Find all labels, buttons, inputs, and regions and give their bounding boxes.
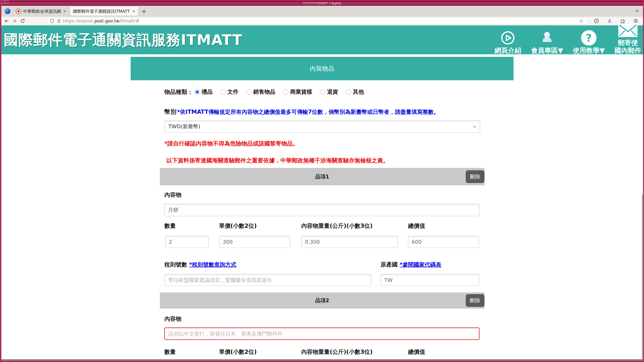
currency-label: 幣別	[164, 108, 176, 116]
item-type-label: 物品種類：	[164, 88, 193, 96]
site-header: 國際郵件電子通關資訊服務ITMATT 網頁介紹 會員專區▼ ? 使用教學▼	[1, 25, 643, 54]
item2-weight-label: 內容物重量(公斤)(小數3位)	[301, 348, 373, 356]
nav-label: 郵寄便國內郵件	[614, 39, 641, 54]
nav-label: 網頁介紹	[494, 46, 521, 54]
help-icon: ?	[581, 30, 596, 45]
window-control-icon[interactable]	[5, 0, 8, 4]
radio-sale[interactable]: 銷售物品	[246, 88, 276, 96]
item2-title: 品項2	[315, 297, 329, 304]
navigation-toolbar: https://ezpost.post.gov.tw/itmatt/# ☆	[1, 17, 643, 25]
danger-warning-text: *請自行確認內容物不得為危險物品或該國禁寄物品。	[164, 140, 484, 147]
new-tab-button[interactable]: +	[138, 6, 150, 16]
item1-hs-query-link[interactable]: *稅則號數查詢方式	[189, 261, 236, 269]
item1-total-input[interactable]	[408, 236, 479, 248]
item1-qty-label: 數量	[164, 222, 176, 230]
window-controls[interactable]	[2, 0, 8, 4]
nav-tutorial[interactable]: ? 使用教學▼	[573, 30, 605, 54]
radio-gift-input[interactable]	[194, 89, 200, 95]
item1-hs-origin-labels: 稅則號數 *稅則號數查詢方式 原產國 *參閱國家代碼表	[160, 261, 484, 268]
item2-total-label: 總價值	[408, 348, 425, 356]
bookmark-star-icon[interactable]: ☆	[579, 18, 584, 24]
currency-selected-value: TWD(新臺幣)	[168, 123, 200, 130]
radio-sale-input[interactable]	[246, 89, 252, 95]
url-bar[interactable]: https://ezpost.post.gov.tw/itmatt/# ☆	[47, 17, 587, 24]
firefox-view-icon[interactable]	[5, 8, 10, 14]
item2-content-label: 內容物	[164, 315, 484, 323]
item1-price-input[interactable]	[219, 236, 290, 248]
page-content: 內裝物品 物品種類： 禮品 文件 銷售物品 商業貨樣	[1, 54, 643, 361]
item1-weight-label: 內容物重量(公斤)(小數3位)	[301, 222, 373, 230]
post-favicon-icon	[16, 8, 21, 14]
menu-hamburger-icon[interactable]	[633, 18, 639, 24]
chevron-down-icon	[472, 124, 477, 129]
section-banner: 內裝物品	[131, 57, 514, 80]
currency-row: 幣別 *依ITMATT傳輸規定所有內容物之總價值最多可傳輸7位數，倘幣別為新臺幣…	[164, 108, 484, 115]
tab-itmatt[interactable]: 國際郵件電子通關資訊ITMATT ✕	[70, 7, 138, 16]
shield-icon[interactable]	[50, 18, 54, 23]
browser-window: ??????????ITMATT ? Nightly 中華郵政全球資訊網 ✕ 國…	[1, 0, 643, 361]
question-glyph: ?	[586, 32, 592, 44]
downloads-icon[interactable]	[607, 18, 612, 24]
radio-other-input[interactable]	[346, 89, 351, 95]
member-icon	[539, 30, 555, 45]
item1-content-label: 內容物	[164, 191, 484, 199]
toolbar-icons	[594, 18, 639, 24]
tab-bar: 中華郵政全球資訊網 ✕ 國際郵件電子通關資訊ITMATT ✕ +	[1, 6, 643, 17]
currency-select[interactable]: TWD(新臺幣)	[164, 120, 480, 133]
horizontal-scrollbar[interactable]	[1, 359, 643, 361]
window-control-icon[interactable]	[2, 0, 5, 4]
item1-price-label: 單價(小數2位)	[219, 222, 257, 230]
radio-gift[interactable]: 禮品	[194, 88, 213, 96]
nav-intro[interactable]: 網頁介紹	[494, 30, 521, 54]
customs-form: 物品種類： 禮品 文件 銷售物品 商業貨樣	[160, 88, 484, 361]
radio-return[interactable]: 退貨	[320, 88, 338, 96]
reload-icon[interactable]	[20, 18, 26, 24]
item1-hs-origin-inputs	[160, 274, 484, 286]
item1-weight-input[interactable]	[301, 236, 398, 248]
lock-icon[interactable]	[56, 18, 61, 23]
tab-label: 中華郵政全球資訊網	[23, 8, 61, 14]
item1-origin-input[interactable]	[380, 274, 479, 286]
item1-hs-input[interactable]	[164, 274, 371, 286]
nav-label: 會員專區▼	[531, 46, 563, 54]
window-title: ??????????ITMATT ? Nightly	[303, 2, 342, 5]
item1-qty-input[interactable]	[165, 236, 209, 248]
radio-other[interactable]: 其他	[346, 88, 364, 96]
site-title: 國際郵件電子通關資訊服務ITMATT	[4, 30, 242, 50]
tab-label: 國際郵件電子通關資訊ITMATT	[73, 8, 130, 14]
tab-close-icon[interactable]: ✕	[132, 9, 136, 13]
item2-price-label: 單價(小數2位)	[219, 348, 257, 356]
item1-content-input[interactable]	[164, 204, 480, 216]
radio-document[interactable]: 文件	[220, 88, 238, 96]
pocket-icon[interactable]	[594, 18, 600, 24]
radio-sample-input[interactable]	[283, 89, 288, 95]
item1-country-code-link[interactable]: *參閱國家代碼表	[400, 261, 441, 269]
currency-note: *依ITMATT傳輸規定所有內容物之總價值最多可傳輸7位數，倘幣別為新臺幣或日幣…	[177, 108, 439, 116]
section-title: 內裝物品	[310, 64, 334, 73]
item1-delete-button[interactable]: 刪除	[466, 170, 484, 183]
forward-icon[interactable]	[12, 18, 18, 24]
nav-member[interactable]: 會員專區▼	[531, 30, 563, 54]
list-all-tabs-icon[interactable]	[634, 8, 640, 14]
tab-close-icon[interactable]: ✕	[63, 9, 66, 13]
back-icon[interactable]	[4, 18, 10, 24]
radio-return-input[interactable]	[320, 89, 325, 95]
extensions-puzzle-icon[interactable]	[620, 18, 626, 24]
item2-field-labels: 數量 單價(小數2位) 內容物重量(公斤)(小數3位) 總價值	[160, 348, 484, 356]
item1-total-label: 總價值	[408, 222, 425, 230]
vertical-scrollbar[interactable]	[642, 194, 643, 359]
nav-label: 使用教學▼	[573, 46, 605, 54]
play-icon	[500, 30, 516, 45]
item1-title: 品項1	[315, 173, 329, 180]
item2-content-input[interactable]	[164, 328, 480, 340]
item1-field-inputs	[160, 236, 484, 248]
window-titlebar: ??????????ITMATT ? Nightly	[1, 2, 643, 5]
radio-sample[interactable]: 商業貨樣	[283, 88, 312, 96]
site-nav: 網頁介紹 會員專區▼ ? 使用教學▼ 郵寄便國內郵件	[494, 25, 641, 56]
customs-warning-text: 以下資料係寄達國海關查驗郵件之重要依據，中華郵政無權干涉海關查驗亦無檢核之責。	[166, 157, 484, 164]
item2-qty-label: 數量	[164, 348, 176, 356]
tab-post-global[interactable]: 中華郵政全球資訊網 ✕	[13, 7, 70, 16]
nav-domestic-mail[interactable]: 郵寄便國內郵件	[614, 23, 641, 54]
item2-delete-button[interactable]: 刪除	[466, 294, 484, 307]
radio-document-input[interactable]	[220, 89, 226, 95]
